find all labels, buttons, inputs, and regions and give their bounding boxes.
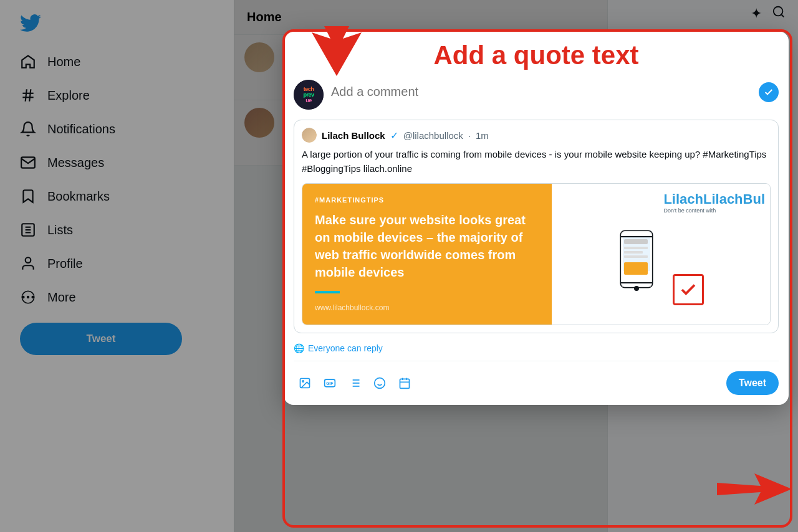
verified-badge: ✓ bbox=[390, 130, 398, 141]
compose-row: techprevue bbox=[294, 80, 779, 110]
svg-rect-39 bbox=[400, 379, 410, 389]
card-logo-area: LilachLilachBul Don't be content with bbox=[663, 191, 765, 214]
quoted-tweet-time: · bbox=[468, 130, 471, 141]
quoted-tweet-time-ago: 1m bbox=[476, 130, 489, 141]
checkmark-graphic bbox=[673, 274, 704, 305]
tweet-card: #MARKETINGTIPS Make sure your website lo… bbox=[302, 183, 771, 325]
svg-point-36 bbox=[375, 378, 385, 389]
svg-rect-21 bbox=[624, 239, 648, 244]
reply-permission-label: Everyone can reply bbox=[308, 343, 383, 353]
card-accent-bar bbox=[315, 291, 340, 293]
svg-rect-23 bbox=[624, 251, 643, 254]
svg-point-20 bbox=[634, 286, 639, 291]
reply-permission: 🌐 Everyone can reply bbox=[294, 343, 779, 361]
poll-button[interactable] bbox=[344, 372, 366, 394]
image-upload-button[interactable] bbox=[294, 372, 316, 394]
svg-rect-25 bbox=[624, 262, 648, 275]
modal-toolbar: GIF bbox=[294, 371, 779, 395]
card-url: www.lilachbullock.com bbox=[315, 303, 539, 312]
emoji-button[interactable] bbox=[368, 372, 391, 394]
lilach-logo: LilachLilachBul bbox=[663, 191, 765, 207]
svg-rect-22 bbox=[624, 247, 648, 249]
gif-button[interactable]: GIF bbox=[319, 372, 341, 394]
submit-check-icon[interactable] bbox=[759, 82, 779, 102]
schedule-button[interactable] bbox=[393, 372, 416, 394]
svg-text:GIF: GIF bbox=[326, 382, 333, 386]
quoted-author-avatar bbox=[302, 128, 317, 143]
quoted-author-name: Lilach Bullock bbox=[322, 130, 385, 141]
quoted-tweet-container: Lilach Bullock ✓ @lilachbullock · 1m A l… bbox=[294, 120, 779, 333]
card-logo-subtitle: Don't be content with bbox=[663, 207, 765, 214]
toolbar-icons: GIF bbox=[294, 372, 416, 394]
modal-title: Add a quote text bbox=[294, 41, 779, 70]
globe-icon: 🌐 bbox=[294, 343, 304, 353]
quoted-tweet-text: A large portion of your traffic is comin… bbox=[302, 148, 771, 176]
quoted-tweet-header: Lilach Bullock ✓ @lilachbullock · 1m bbox=[302, 128, 771, 143]
quoted-author-handle: @lilachbullock bbox=[403, 130, 463, 141]
composer-avatar: techprevue bbox=[294, 80, 324, 110]
card-title: Make sure your website looks great on mo… bbox=[315, 211, 539, 281]
svg-rect-24 bbox=[624, 255, 648, 258]
quote-tweet-modal: Add a quote text techprevue Lilach Bullo… bbox=[284, 31, 789, 405]
card-hashtag: #MARKETINGTIPS bbox=[315, 196, 539, 204]
card-left-panel: #MARKETINGTIPS Make sure your website lo… bbox=[302, 184, 552, 325]
phone-graphic bbox=[618, 228, 668, 305]
comment-input[interactable] bbox=[331, 80, 754, 104]
compose-input-area bbox=[331, 80, 779, 104]
card-right-panel: LilachLilachBul Don't be content with bbox=[552, 184, 770, 325]
modal-tweet-button[interactable]: Tweet bbox=[726, 371, 779, 395]
svg-point-27 bbox=[302, 381, 304, 382]
